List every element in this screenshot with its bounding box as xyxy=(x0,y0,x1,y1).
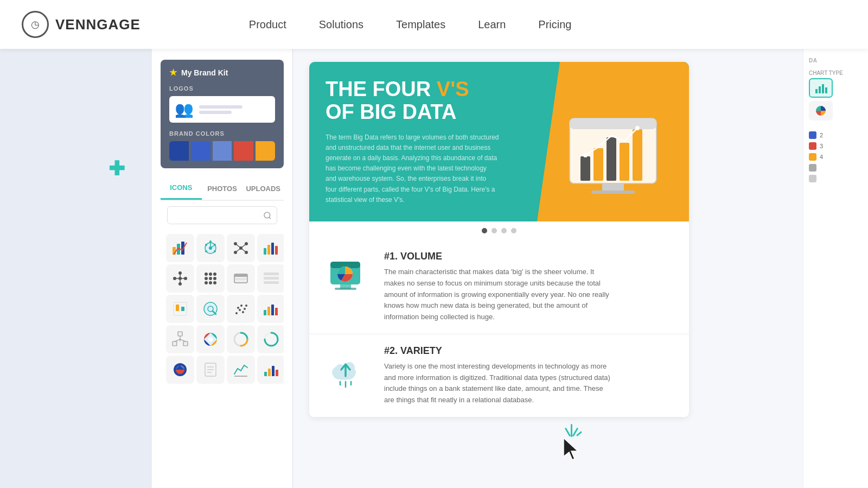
tab-photos[interactable]: PHOTOS xyxy=(202,177,243,200)
legend-row-4 xyxy=(809,164,863,172)
svg-rect-117 xyxy=(822,84,824,93)
color-swatch-1[interactable] xyxy=(169,141,189,161)
icon-item-11[interactable] xyxy=(227,295,255,323)
tab-icons[interactable]: ICONS xyxy=(161,177,202,200)
icon-item-20[interactable] xyxy=(257,356,284,384)
dot-4[interactable] xyxy=(511,228,516,233)
variety-title: #2. VARIETY xyxy=(384,345,612,357)
svg-rect-24 xyxy=(267,245,270,255)
chart-option-bar[interactable] xyxy=(809,78,833,98)
icon-item-7[interactable] xyxy=(227,264,255,293)
icon-item-2[interactable] xyxy=(196,234,225,262)
svg-line-73 xyxy=(180,339,186,341)
svg-rect-23 xyxy=(264,248,266,255)
ray-4 xyxy=(576,431,582,436)
color-swatch-3[interactable] xyxy=(213,141,232,161)
icon-item-4[interactable] xyxy=(257,234,284,262)
logos-row: 👥 xyxy=(169,96,275,123)
logo-text: VENNGAGE xyxy=(55,16,141,33)
icon-item-10[interactable] xyxy=(196,295,225,323)
nav-item-templates[interactable]: Templates xyxy=(396,18,445,31)
svg-point-60 xyxy=(245,305,247,307)
dot-3[interactable] xyxy=(501,228,507,233)
svg-rect-46 xyxy=(234,274,247,277)
content-area: ✚ ★ My Brand Kit LOGOS 👥 BRAND COLORS xyxy=(0,49,868,488)
svg-point-13 xyxy=(214,250,216,252)
cursor-rays xyxy=(567,424,580,437)
svg-rect-102 xyxy=(335,288,356,290)
nav-links: Product Solutions Templates Learn Pricin… xyxy=(249,18,572,31)
hero-title-plain: THE FOUR xyxy=(326,78,437,100)
icon-item-14[interactable] xyxy=(196,325,225,353)
icon-item-13[interactable] xyxy=(166,325,194,353)
svg-rect-67 xyxy=(275,308,278,315)
svg-point-58 xyxy=(239,309,241,311)
svg-point-37 xyxy=(209,272,212,276)
svg-line-21 xyxy=(235,248,241,252)
color-swatch-2[interactable] xyxy=(191,141,210,161)
svg-point-43 xyxy=(209,281,212,284)
icon-item-19[interactable] xyxy=(227,356,255,384)
cursor-effect xyxy=(564,424,583,461)
cursor-arrow-icon xyxy=(564,438,583,461)
volume-text: #1. VOLUME The main characteristic that … xyxy=(384,251,612,323)
icon-item-6[interactable] xyxy=(196,264,225,293)
svg-rect-25 xyxy=(271,243,274,255)
hero-chart-area xyxy=(537,62,689,221)
svg-line-72 xyxy=(175,339,180,341)
icon-item-12[interactable] xyxy=(257,295,284,323)
svg-rect-66 xyxy=(271,305,274,315)
logo-line-1 xyxy=(199,105,242,109)
section-variety: #2. VARIETY Variety is one the most inte… xyxy=(309,334,689,417)
icons-grid xyxy=(161,230,284,391)
icon-item-5[interactable] xyxy=(166,264,194,293)
search-row xyxy=(161,201,284,230)
color-swatch-4[interactable] xyxy=(234,141,253,161)
brand-kit-card[interactable]: ★ My Brand Kit LOGOS 👥 BRAND COLORS xyxy=(161,60,284,168)
nav-item-pricing[interactable]: Pricing xyxy=(538,18,571,31)
svg-point-41 xyxy=(213,277,216,280)
bar-chart-icon xyxy=(814,81,827,94)
svg-rect-51 xyxy=(174,302,187,315)
icon-item-1[interactable] xyxy=(166,234,194,262)
svg-line-22 xyxy=(241,248,246,252)
logo-area[interactable]: ◷ VENNGAGE xyxy=(22,11,141,38)
svg-rect-52 xyxy=(176,305,179,311)
svg-point-9 xyxy=(209,240,212,243)
icon-item-15[interactable] xyxy=(227,325,255,353)
dot-1[interactable] xyxy=(482,228,487,233)
icon-item-17[interactable] xyxy=(166,356,194,384)
legend-swatch-2 xyxy=(809,142,816,150)
tabs-row: ICONS PHOTOS UPLOADS xyxy=(161,177,284,201)
navbar: ◷ VENNGAGE Product Solutions Templates L… xyxy=(0,0,868,49)
svg-point-63 xyxy=(244,308,246,310)
icon-item-16[interactable] xyxy=(257,325,284,353)
ray-2 xyxy=(571,424,572,437)
color-swatch-5[interactable] xyxy=(256,141,275,161)
variety-icon xyxy=(325,348,368,391)
svg-line-19 xyxy=(235,244,241,248)
infographic-card: THE FOUR V'S OF BIG DATA The term Big Da… xyxy=(309,62,689,417)
svg-point-39 xyxy=(205,277,208,280)
tab-uploads[interactable]: UPLOADS xyxy=(242,177,284,200)
svg-point-57 xyxy=(235,312,238,314)
hero-banner: THE FOUR V'S OF BIG DATA The term Big Da… xyxy=(309,62,689,221)
icon-item-9[interactable] xyxy=(166,295,194,323)
svg-point-36 xyxy=(205,272,208,276)
chart-option-pie[interactable] xyxy=(809,101,833,121)
nav-item-learn[interactable]: Learn xyxy=(478,18,506,31)
add-icon[interactable]: ✚ xyxy=(108,157,125,180)
search-input[interactable] xyxy=(167,206,277,224)
dot-2[interactable] xyxy=(492,228,497,233)
brand-colors-row xyxy=(169,141,275,161)
search-wrapper xyxy=(167,206,277,224)
legend-swatch-1 xyxy=(809,131,816,139)
nav-item-solutions[interactable]: Solutions xyxy=(319,18,363,31)
icon-item-3[interactable] xyxy=(227,234,255,262)
icon-item-8[interactable] xyxy=(257,264,284,293)
hero-title: THE FOUR V'S OF BIG DATA xyxy=(326,78,521,124)
svg-point-12 xyxy=(205,250,207,252)
svg-rect-26 xyxy=(275,246,278,255)
nav-item-product[interactable]: Product xyxy=(249,18,286,31)
icon-item-18[interactable] xyxy=(196,356,225,384)
